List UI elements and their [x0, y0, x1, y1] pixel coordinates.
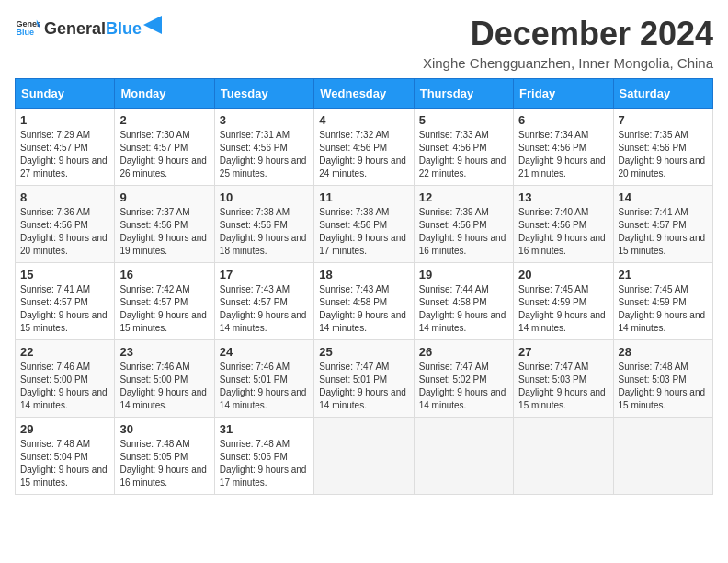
daylight-label: Daylight: 9 hours and 20 minutes. — [619, 155, 706, 178]
daylight-label: Daylight: 9 hours and 14 minutes. — [619, 310, 706, 333]
day-number: 27 — [518, 345, 608, 359]
day-number: 25 — [319, 345, 408, 359]
day-number: 20 — [518, 268, 608, 282]
day-info: Sunrise: 7:47 AM Sunset: 5:03 PM Dayligh… — [518, 361, 608, 412]
calendar-cell: 6 Sunrise: 7:34 AM Sunset: 4:56 PM Dayli… — [514, 109, 613, 186]
sunrise-label: Sunrise: 7:33 AM — [419, 130, 489, 140]
day-info: Sunrise: 7:32 AM Sunset: 4:56 PM Dayligh… — [319, 129, 408, 180]
weekday-header-saturday: Saturday — [613, 79, 712, 109]
day-number: 28 — [619, 345, 708, 359]
daylight-label: Daylight: 9 hours and 15 minutes. — [619, 387, 706, 410]
calendar-cell: 31 Sunrise: 7:48 AM Sunset: 5:06 PM Dayl… — [214, 418, 313, 495]
sunset-label: Sunset: 4:59 PM — [619, 297, 687, 307]
day-info: Sunrise: 7:43 AM Sunset: 4:58 PM Dayligh… — [319, 283, 408, 335]
sunset-label: Sunset: 4:59 PM — [518, 297, 586, 307]
sunrise-label: Sunrise: 7:41 AM — [619, 207, 688, 217]
day-info: Sunrise: 7:46 AM Sunset: 5:01 PM Dayligh… — [220, 361, 309, 412]
day-info: Sunrise: 7:33 AM Sunset: 4:56 PM Dayligh… — [419, 129, 508, 180]
calendar-cell: 3 Sunrise: 7:31 AM Sunset: 4:56 PM Dayli… — [214, 109, 313, 186]
daylight-label: Daylight: 9 hours and 15 minutes. — [20, 465, 108, 488]
sunrise-label: Sunrise: 7:35 AM — [619, 130, 688, 140]
day-number: 7 — [619, 113, 708, 127]
sunset-label: Sunset: 5:02 PM — [419, 374, 487, 385]
day-number: 13 — [518, 190, 608, 204]
sunrise-label: Sunrise: 7:43 AM — [319, 284, 389, 294]
day-info: Sunrise: 7:29 AM Sunset: 4:57 PM Dayligh… — [20, 129, 109, 180]
daylight-label: Daylight: 9 hours and 14 minutes. — [20, 387, 108, 410]
sunset-label: Sunset: 4:56 PM — [119, 220, 188, 230]
calendar-cell: 17 Sunrise: 7:43 AM Sunset: 4:57 PM Dayl… — [214, 263, 313, 340]
weekday-header-sunday: Sunday — [16, 79, 115, 109]
logo-general-text: General — [44, 19, 106, 39]
sunrise-label: Sunrise: 7:48 AM — [220, 439, 290, 449]
daylight-label: Daylight: 9 hours and 22 minutes. — [419, 155, 506, 178]
daylight-label: Daylight: 9 hours and 21 minutes. — [518, 155, 606, 178]
daylight-label: Daylight: 9 hours and 14 minutes. — [319, 310, 406, 333]
calendar-cell: 20 Sunrise: 7:45 AM Sunset: 4:59 PM Dayl… — [514, 263, 613, 340]
day-info: Sunrise: 7:48 AM Sunset: 5:03 PM Dayligh… — [619, 361, 708, 412]
calendar-cell — [613, 418, 712, 495]
day-number: 14 — [619, 190, 708, 204]
calendar-cell: 19 Sunrise: 7:44 AM Sunset: 4:58 PM Dayl… — [414, 263, 513, 340]
sunset-label: Sunset: 4:56 PM — [419, 143, 487, 153]
day-info: Sunrise: 7:47 AM Sunset: 5:02 PM Dayligh… — [419, 361, 508, 412]
calendar-cell: 11 Sunrise: 7:38 AM Sunset: 4:56 PM Dayl… — [314, 186, 414, 263]
sunrise-label: Sunrise: 7:47 AM — [319, 362, 389, 372]
calendar-cell: 24 Sunrise: 7:46 AM Sunset: 5:01 PM Dayl… — [214, 340, 313, 418]
sunrise-label: Sunrise: 7:48 AM — [119, 439, 189, 449]
logo-blue-text: Blue — [106, 19, 142, 39]
day-info: Sunrise: 7:37 AM Sunset: 4:56 PM Dayligh… — [119, 206, 209, 258]
sunrise-label: Sunrise: 7:38 AM — [319, 207, 389, 217]
calendar-cell: 9 Sunrise: 7:37 AM Sunset: 4:56 PM Dayli… — [115, 186, 214, 263]
calendar-table: SundayMondayTuesdayWednesdayThursdayFrid… — [15, 78, 713, 495]
daylight-label: Daylight: 9 hours and 24 minutes. — [319, 155, 406, 178]
sunrise-label: Sunrise: 7:37 AM — [119, 207, 189, 217]
day-info: Sunrise: 7:36 AM Sunset: 4:56 PM Dayligh… — [20, 206, 109, 258]
day-info: Sunrise: 7:38 AM Sunset: 4:56 PM Dayligh… — [220, 206, 309, 258]
daylight-label: Daylight: 9 hours and 14 minutes. — [419, 310, 506, 333]
daylight-label: Daylight: 9 hours and 14 minutes. — [220, 310, 307, 333]
daylight-label: Daylight: 9 hours and 26 minutes. — [119, 155, 207, 178]
day-number: 24 — [220, 345, 309, 359]
day-info: Sunrise: 7:40 AM Sunset: 4:56 PM Dayligh… — [518, 206, 608, 258]
sunrise-label: Sunrise: 7:34 AM — [518, 130, 588, 140]
calendar-week-row: 8 Sunrise: 7:36 AM Sunset: 4:56 PM Dayli… — [16, 186, 713, 263]
day-info: Sunrise: 7:41 AM Sunset: 4:57 PM Dayligh… — [619, 206, 708, 258]
daylight-label: Daylight: 9 hours and 14 minutes. — [518, 310, 606, 333]
daylight-label: Daylight: 9 hours and 16 minutes. — [419, 233, 506, 256]
sunrise-label: Sunrise: 7:32 AM — [319, 130, 389, 140]
daylight-label: Daylight: 9 hours and 25 minutes. — [220, 155, 307, 178]
sunrise-label: Sunrise: 7:47 AM — [518, 362, 588, 372]
calendar-cell: 21 Sunrise: 7:45 AM Sunset: 4:59 PM Dayl… — [613, 263, 712, 340]
logo-icon: General Blue — [15, 15, 40, 40]
calendar-cell: 23 Sunrise: 7:46 AM Sunset: 5:00 PM Dayl… — [115, 340, 214, 418]
calendar-cell: 18 Sunrise: 7:43 AM Sunset: 4:58 PM Dayl… — [314, 263, 414, 340]
daylight-label: Daylight: 9 hours and 15 minutes. — [119, 310, 207, 333]
calendar-cell: 1 Sunrise: 7:29 AM Sunset: 4:57 PM Dayli… — [16, 109, 115, 186]
sunset-label: Sunset: 4:57 PM — [20, 297, 88, 307]
day-info: Sunrise: 7:43 AM Sunset: 4:57 PM Dayligh… — [220, 283, 309, 335]
svg-text:Blue: Blue — [16, 28, 34, 37]
sunset-label: Sunset: 4:57 PM — [119, 143, 188, 153]
calendar-cell: 26 Sunrise: 7:47 AM Sunset: 5:02 PM Dayl… — [414, 340, 513, 418]
sunset-label: Sunset: 4:57 PM — [119, 297, 188, 307]
logo-triangle-icon — [143, 16, 162, 34]
day-number: 6 — [518, 113, 608, 127]
day-info: Sunrise: 7:34 AM Sunset: 4:56 PM Dayligh… — [518, 129, 608, 180]
day-number: 23 — [119, 345, 209, 359]
sunset-label: Sunset: 5:04 PM — [20, 452, 88, 462]
day-info: Sunrise: 7:45 AM Sunset: 4:59 PM Dayligh… — [518, 283, 608, 335]
sunset-label: Sunset: 4:56 PM — [518, 143, 586, 153]
weekday-header-thursday: Thursday — [414, 79, 513, 109]
day-number: 1 — [20, 113, 109, 127]
sunset-label: Sunset: 5:00 PM — [20, 374, 88, 385]
daylight-label: Daylight: 9 hours and 16 minutes. — [518, 233, 606, 256]
calendar-cell: 30 Sunrise: 7:48 AM Sunset: 5:05 PM Dayl… — [115, 418, 214, 495]
sunrise-label: Sunrise: 7:46 AM — [119, 362, 189, 372]
sunrise-label: Sunrise: 7:48 AM — [20, 439, 90, 449]
calendar-cell: 12 Sunrise: 7:39 AM Sunset: 4:56 PM Dayl… — [414, 186, 513, 263]
svg-marker-4 — [143, 16, 162, 34]
day-number: 26 — [419, 345, 508, 359]
daylight-label: Daylight: 9 hours and 20 minutes. — [20, 233, 108, 256]
day-number: 22 — [20, 345, 109, 359]
